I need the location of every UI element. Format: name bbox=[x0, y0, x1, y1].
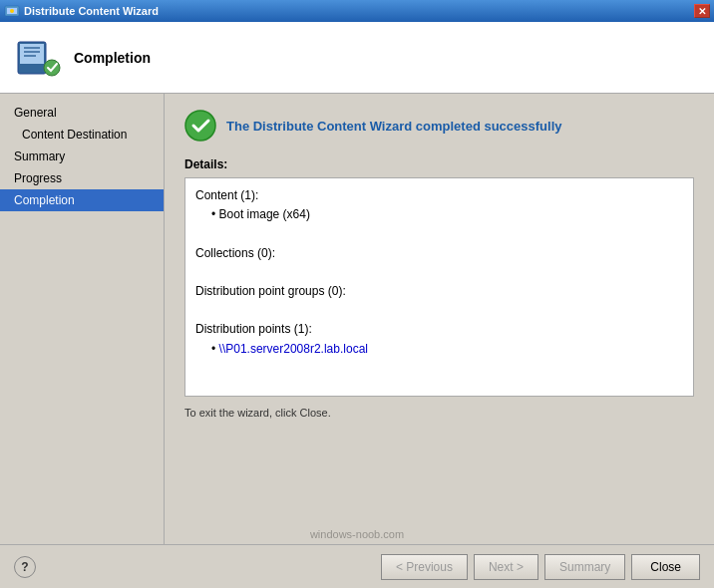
sidebar-item-general[interactable]: General bbox=[0, 102, 164, 124]
section-collections: Collections (0): bbox=[195, 244, 683, 263]
title-icon bbox=[4, 3, 20, 19]
title-bar: Distribute Content Wizard ✕ bbox=[0, 0, 714, 22]
section-dp-groups: Distribution point groups (0): bbox=[195, 282, 683, 301]
details-label: Details: bbox=[184, 157, 694, 171]
sidebar-item-content-destination[interactable]: Content Destination bbox=[0, 124, 164, 146]
previous-button[interactable]: < Previous bbox=[381, 554, 468, 580]
content-area: The Distribute Content Wizard completed … bbox=[165, 94, 714, 544]
header-title: Completion bbox=[74, 50, 151, 66]
wizard-body: General Content Destination Summary Prog… bbox=[0, 94, 714, 544]
close-button[interactable]: Close bbox=[631, 554, 700, 580]
details-box: Content (1): Boot image (x64) Collection… bbox=[184, 177, 694, 397]
dp-item-1: \\P01.server2008r2.lab.local bbox=[195, 340, 683, 359]
help-button[interactable]: ? bbox=[14, 556, 36, 578]
svg-rect-4 bbox=[20, 44, 44, 64]
sidebar-item-completion[interactable]: Completion bbox=[0, 189, 164, 211]
section-content: Content (1): bbox=[195, 186, 683, 205]
section-dp: Distribution points (1): bbox=[195, 320, 683, 339]
svg-point-9 bbox=[185, 111, 215, 141]
success-icon bbox=[184, 110, 216, 142]
sidebar-item-progress[interactable]: Progress bbox=[0, 167, 164, 189]
exit-note: To exit the wizard, click Close. bbox=[184, 407, 694, 419]
title-text: Distribute Content Wizard bbox=[24, 5, 159, 17]
wizard-header: Completion bbox=[0, 22, 714, 94]
content-item-1: Boot image (x64) bbox=[195, 205, 683, 224]
sidebar-item-summary[interactable]: Summary bbox=[0, 146, 164, 167]
success-banner: The Distribute Content Wizard completed … bbox=[184, 110, 694, 142]
summary-button[interactable]: Summary bbox=[544, 554, 625, 580]
header-icon bbox=[14, 34, 62, 82]
sidebar: General Content Destination Summary Prog… bbox=[0, 94, 165, 544]
svg-point-2 bbox=[10, 9, 14, 13]
server-link[interactable]: \\P01.server2008r2.lab.local bbox=[219, 342, 368, 356]
next-button[interactable]: Next > bbox=[474, 554, 538, 580]
close-button[interactable]: ✕ bbox=[694, 4, 710, 18]
success-message: The Distribute Content Wizard completed … bbox=[226, 119, 562, 134]
svg-point-5 bbox=[44, 60, 60, 76]
wizard-footer: ? < Previous Next > Summary Close bbox=[0, 544, 714, 588]
